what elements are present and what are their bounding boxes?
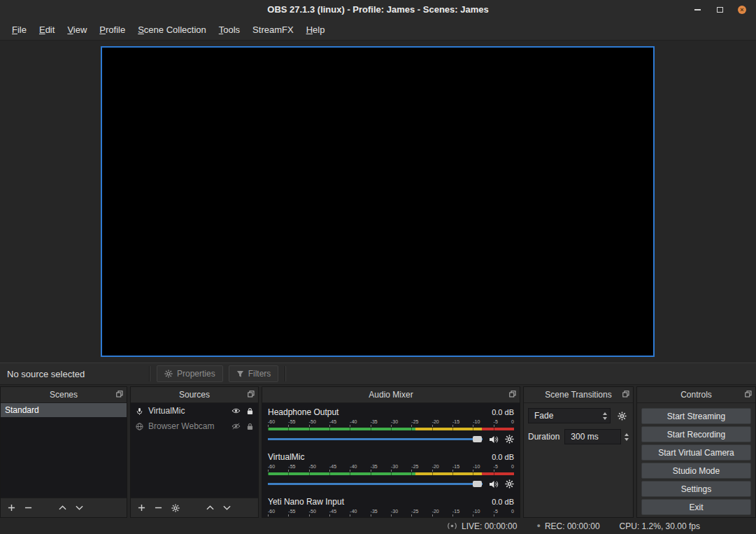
meter-tick-label: -20	[432, 464, 439, 470]
statusbar: LIVE: 00:00:00 ● REC: 00:00:00 CPU: 1.2%…	[0, 518, 756, 534]
popout-icon[interactable]	[116, 391, 123, 398]
mute-button[interactable]	[489, 480, 499, 489]
slider-track	[268, 438, 483, 440]
settings-button[interactable]: Settings	[641, 481, 751, 497]
menu-label: F	[12, 24, 17, 35]
duration-value: 300 ms	[571, 432, 598, 442]
add-source-button[interactable]	[138, 504, 145, 512]
meter-tick-label: -45	[329, 464, 336, 470]
remove-source-button[interactable]	[155, 504, 162, 512]
popout-icon[interactable]	[622, 391, 629, 398]
volume-slider[interactable]	[268, 435, 483, 444]
start-virtual-camera-button[interactable]: Start Virtual Camera	[641, 444, 751, 461]
minimize-button[interactable]	[686, 0, 708, 20]
rec-status-group: ● REC: 00:00:00	[536, 521, 599, 531]
popout-icon[interactable]	[509, 391, 516, 398]
meter-tickmarks	[268, 470, 514, 472]
menu-edit[interactable]: Edit	[33, 22, 61, 38]
start-streaming-button[interactable]: Start Streaming	[641, 408, 751, 424]
menu-label: StreamFX	[252, 24, 294, 35]
menu-streamfx[interactable]: StreamFX	[246, 22, 300, 38]
mixer-settings-button[interactable]	[505, 479, 514, 489]
scene-move-up-button[interactable]	[59, 505, 66, 510]
visibility-eye-icon[interactable]	[231, 407, 241, 414]
close-button[interactable]: ×	[731, 0, 753, 20]
separator	[149, 366, 150, 381]
preview-canvas[interactable]	[101, 46, 655, 357]
audio-mixer-panel: Audio Mixer Headphone Output 0.0 dB -60-…	[262, 386, 520, 518]
menu-label: ile	[17, 24, 27, 35]
popout-icon[interactable]	[248, 391, 255, 398]
slider-handle[interactable]	[473, 481, 482, 487]
gear-icon	[505, 479, 514, 489]
scene-transitions-panel: Scene Transitions Fade Duration	[523, 386, 634, 518]
menu-scene-collection[interactable]: Scene Collection	[131, 22, 213, 38]
menu-label: E	[39, 24, 45, 35]
remove-scene-button[interactable]	[24, 504, 32, 512]
maximize-button[interactable]	[708, 0, 731, 20]
duration-label: Duration	[528, 432, 559, 442]
audio-mixer-panel-header: Audio Mixer	[262, 387, 520, 403]
menubar: File Edit View Profile Scene Collection …	[0, 20, 756, 41]
transition-select[interactable]: Fade	[528, 408, 611, 423]
properties-button[interactable]: Properties	[157, 365, 223, 382]
mixer-headphone-output: Headphone Output 0.0 dB -60-55-50-45-40-…	[268, 407, 514, 444]
menu-label: iew	[73, 24, 87, 35]
studio-mode-button[interactable]: Studio Mode	[641, 463, 751, 479]
meter-tick-label: -50	[309, 419, 316, 425]
scenes-header-label: Scenes	[50, 390, 78, 400]
lock-icon[interactable]	[247, 423, 253, 430]
lock-icon[interactable]	[247, 407, 253, 415]
meter-tick-label: 0	[511, 464, 514, 470]
properties-label: Properties	[177, 369, 215, 379]
slider-handle[interactable]	[473, 436, 482, 442]
start-recording-button[interactable]: Start Recording	[641, 426, 751, 442]
duration-input[interactable]: 300 ms	[564, 429, 621, 444]
source-move-down-button[interactable]	[223, 505, 231, 510]
scene-move-down-button[interactable]	[76, 505, 83, 510]
transition-properties-button[interactable]	[615, 409, 629, 423]
menu-label: dit	[45, 24, 55, 35]
source-move-up-button[interactable]	[206, 505, 214, 510]
source-properties-gear-button[interactable]	[171, 504, 180, 512]
source-name: Browser Webcam	[148, 421, 214, 431]
meter-tick-label: -40	[350, 419, 357, 425]
controls-header-label: Controls	[680, 390, 712, 400]
meter-tick-label: -50	[309, 509, 316, 514]
meter-tick-label: -60	[268, 464, 275, 470]
menu-label: P	[99, 24, 106, 35]
duration-increase-button[interactable]	[625, 433, 629, 436]
menu-tools[interactable]: Tools	[213, 22, 246, 38]
meter-tick-label: -15	[452, 419, 459, 425]
meter-tick-label: 0	[511, 419, 514, 425]
mute-button[interactable]	[489, 435, 499, 444]
sources-list[interactable]: VirtualMic Browser Webcam	[131, 403, 258, 498]
scene-item[interactable]: Standard	[1, 403, 127, 417]
scenes-panel: Scenes Standard	[0, 386, 127, 518]
menu-view[interactable]: View	[61, 22, 93, 38]
volume-meter	[268, 472, 514, 475]
meter-tick-label: -20	[432, 419, 439, 425]
source-item-browser-webcam[interactable]: Browser Webcam	[131, 419, 258, 434]
scenes-list[interactable]: Standard	[1, 403, 127, 498]
obs-window: OBS 27.1.3 (linux) - Profile: James - Sc…	[0, 0, 756, 534]
visibility-eye-slash-icon[interactable]	[231, 423, 241, 430]
menu-help[interactable]: Help	[300, 22, 331, 38]
popout-icon[interactable]	[745, 391, 752, 398]
mixer-db-value: 0.0 dB	[492, 408, 514, 416]
duration-decrease-button[interactable]	[625, 438, 629, 441]
add-scene-button[interactable]	[8, 504, 15, 512]
filters-label: Filters	[248, 369, 271, 379]
filters-button[interactable]: Filters	[229, 365, 279, 382]
menu-file[interactable]: File	[6, 22, 33, 38]
meter-tickmarks	[268, 514, 514, 517]
source-item-virtualmic[interactable]: VirtualMic	[131, 403, 258, 419]
menu-profile[interactable]: Profile	[93, 22, 131, 38]
mixer-settings-button[interactable]	[505, 435, 514, 444]
combo-spinner-icon[interactable]	[603, 412, 607, 420]
exit-button[interactable]: Exit	[641, 499, 751, 515]
source-item-controls	[231, 407, 253, 415]
scenes-toolbar	[1, 498, 127, 517]
mixer-name: Headphone Output	[268, 407, 338, 417]
volume-slider[interactable]	[268, 479, 483, 489]
